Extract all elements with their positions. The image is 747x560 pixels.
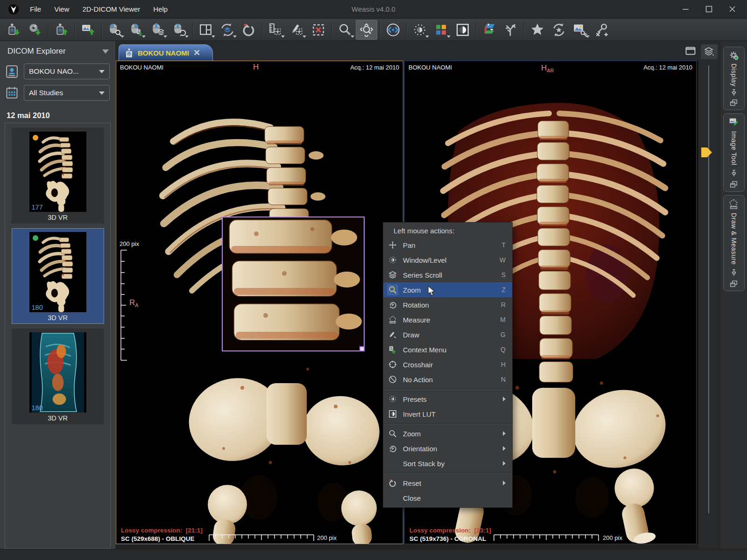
pin-panel-icon[interactable]: [730, 169, 738, 177]
toolbar-separator: [406, 22, 407, 37]
series-scrollbar[interactable]: [708, 65, 709, 513]
detach-panel-icon[interactable]: [730, 99, 738, 106]
menu-help[interactable]: Help: [147, 0, 174, 19]
patient-tab[interactable]: BOKOU NAOMI ✕: [119, 44, 213, 61]
panel-patient-name: BOKOU NAOMI: [409, 64, 452, 71]
key-new-icon: [594, 22, 609, 37]
menu-item-invert-lut[interactable]: Invert LUT: [383, 406, 512, 421]
main-content: DICOM Explorer BOKOU NAO... All Studies: [0, 41, 747, 549]
maximize-view-icon[interactable]: [685, 47, 696, 55]
toolbar-separator: [380, 22, 380, 37]
dropdown-caret-icon: [425, 35, 429, 38]
menu-item-window-level[interactable]: Window/Level W: [383, 252, 512, 267]
create-key-object-button[interactable]: [591, 20, 613, 40]
crosshair-button[interactable]: [382, 20, 404, 40]
menu-item-context-menu[interactable]: Context Menu Q: [383, 342, 512, 357]
menu-item-reset[interactable]: Reset: [383, 476, 512, 490]
maximize-button[interactable]: [705, 6, 712, 13]
mouse-right-action-button[interactable]: [126, 20, 147, 40]
draw-tools-button[interactable]: [286, 20, 308, 40]
mouse-middle-scroll-icon: [151, 23, 165, 37]
close-button[interactable]: [728, 6, 736, 13]
window-level-button[interactable]: [409, 20, 430, 40]
menu-item-presets[interactable]: Presets: [383, 392, 512, 406]
tool-panel-rail: Display Image Tool Draw & Measure: [720, 41, 747, 549]
main-toolbar: [0, 19, 747, 41]
screenshot-key-button[interactable]: [570, 20, 591, 40]
toolbar-separator: [524, 22, 524, 37]
collapse-panel-icon[interactable]: [102, 49, 109, 54]
tab-image-tool-label: Image Tool: [730, 131, 738, 165]
bone-removal-button[interactable]: [500, 20, 521, 40]
window-controls: [682, 6, 743, 13]
mouse-wheel-action-button[interactable]: [169, 20, 190, 40]
menu-item-measure[interactable]: Measure M: [383, 312, 512, 327]
import-cd-button[interactable]: [24, 20, 46, 40]
series-modality-label: 3D VR: [48, 214, 68, 221]
zoom-selection-handle[interactable]: [359, 346, 365, 351]
series-thumbnail-3[interactable]: 180 3D VR: [12, 329, 104, 424]
synchronize-button[interactable]: [217, 20, 238, 40]
draw-icon: [387, 329, 398, 340]
volume-rendering-button[interactable]: [479, 20, 500, 40]
layout-button[interactable]: [195, 20, 217, 40]
series-thumbnail-2[interactable]: 180 3D VR: [12, 228, 104, 324]
zoom-button[interactable]: [334, 20, 356, 40]
lut-button[interactable]: [430, 20, 452, 40]
study-select[interactable]: All Studies: [24, 85, 110, 101]
toolbar-separator: [476, 22, 476, 37]
menu-item-sort-stack-by[interactable]: Sort Stack by: [383, 456, 512, 471]
menu-item-crosshair[interactable]: Crosshair H: [383, 357, 512, 372]
cine-loop-button[interactable]: [548, 20, 570, 40]
pan-button[interactable]: [356, 20, 377, 40]
tab-close-icon[interactable]: ✕: [193, 49, 200, 57]
series-thumbnail-1[interactable]: 177 3D VR: [12, 128, 104, 224]
menu-item-zoom[interactable]: Zoom Z: [383, 282, 512, 297]
menu-item-label: Reset: [403, 479, 498, 487]
measurement-tools-button[interactable]: [265, 20, 286, 40]
menu-item-pan[interactable]: Pan T: [383, 238, 512, 252]
zoom-selection-rect[interactable]: [222, 217, 365, 351]
mouse-left-action-button[interactable]: [104, 20, 126, 40]
menu-item-shortcut: Z: [501, 286, 506, 294]
mouse-middle-action-button[interactable]: [147, 20, 169, 40]
menu-file[interactable]: File: [23, 0, 48, 19]
menu-item-close[interactable]: Close: [383, 490, 512, 505]
scroll-position-marker[interactable]: [701, 147, 712, 157]
image-panel-oblique[interactable]: BOKOU NAOMI H Acq.: 12 mai 2010 200 pix …: [116, 61, 403, 544]
menu-item-rotation[interactable]: Rotation R: [383, 297, 512, 312]
menu-item-draw[interactable]: Draw G: [383, 327, 512, 342]
menu-2d-dicom-viewer[interactable]: 2D-DICOM Viewer: [76, 0, 147, 19]
export-dicom-button[interactable]: [51, 20, 72, 40]
delete-measurements-button[interactable]: [308, 20, 329, 40]
key-image-button[interactable]: [527, 20, 548, 40]
pin-panel-icon[interactable]: [730, 89, 738, 96]
menu-item-label: Sort Stack by: [403, 460, 498, 468]
tab-display[interactable]: Display: [723, 47, 745, 110]
series-layers-button[interactable]: [701, 44, 718, 59]
crosshair-icon: [386, 22, 401, 37]
reset-display-button[interactable]: [238, 20, 260, 40]
draw-tool-icon: [290, 23, 304, 37]
menu-view[interactable]: View: [48, 0, 76, 19]
menu-item-zoom-submenu[interactable]: Zoom: [383, 426, 512, 441]
menu-item-orientation[interactable]: Orientation: [383, 441, 512, 456]
detach-panel-icon[interactable]: [730, 181, 738, 188]
submenu-arrow-icon: [503, 461, 506, 466]
export-image-button[interactable]: [78, 20, 99, 40]
invert-lut-button[interactable]: [452, 20, 473, 40]
dropdown-caret-icon: [586, 35, 590, 38]
menu-item-no-action[interactable]: No Action N: [383, 372, 512, 387]
patient-select[interactable]: BOKOU NAO...: [24, 63, 110, 79]
import-dicom-button[interactable]: [3, 20, 24, 40]
detach-panel-icon[interactable]: [730, 280, 738, 287]
pin-panel-icon[interactable]: [730, 269, 738, 276]
xray-patient-icon: [125, 48, 134, 58]
tab-draw-measure[interactable]: Draw & Measure: [723, 195, 745, 291]
tab-image-tool[interactable]: Image Tool: [723, 113, 745, 192]
series-frame-count: 180: [32, 404, 43, 412]
menu-item-series-scroll[interactable]: Series Scroll S: [383, 267, 512, 282]
orientation-marker-side: RA: [129, 298, 139, 308]
minimize-button[interactable]: [682, 6, 689, 13]
export-dicom-icon: [55, 23, 69, 37]
